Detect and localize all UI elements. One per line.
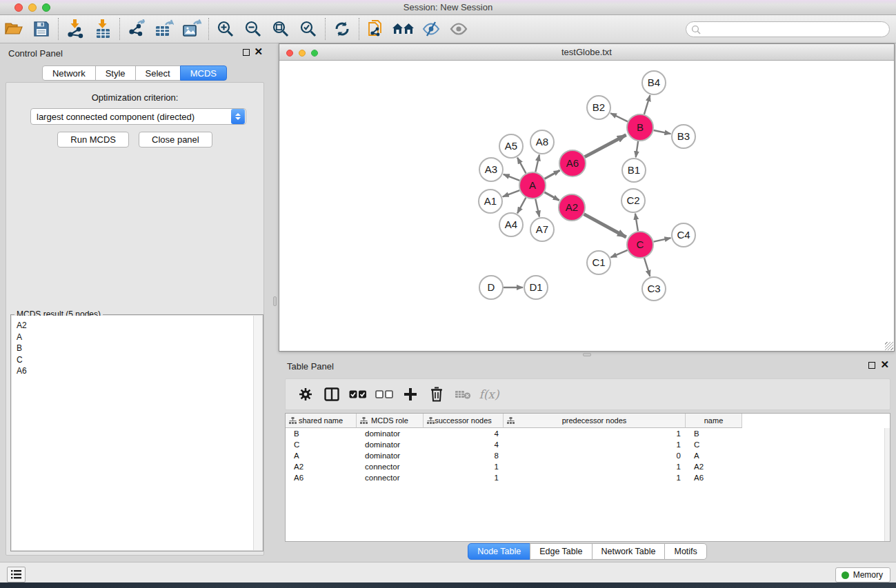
close-panel-button[interactable]: Close panel <box>139 132 212 148</box>
search-input[interactable] <box>686 21 890 37</box>
new-network-from-selection-icon[interactable] <box>362 17 390 41</box>
edge-A-A8[interactable] <box>535 155 539 172</box>
close-panel-icon[interactable]: ✕ <box>254 47 263 56</box>
edge-A2-C[interactable] <box>584 214 626 237</box>
function-builder-icon[interactable]: f(x) <box>476 381 502 407</box>
node-C1[interactable]: C1 <box>587 251 610 274</box>
unselect-all-columns-icon[interactable] <box>371 381 397 407</box>
node-A6[interactable]: A6 <box>559 150 586 176</box>
zoom-selected-icon[interactable] <box>295 17 322 41</box>
memory-button[interactable]: Memory <box>835 567 890 582</box>
edge-C-C1[interactable] <box>610 250 627 257</box>
edge-B-B3[interactable] <box>654 130 671 134</box>
edge-A-A7[interactable] <box>535 199 539 217</box>
import-table-icon[interactable] <box>89 17 117 41</box>
show-columns-icon[interactable] <box>319 381 345 407</box>
column-header-shared-name[interactable]: shared name <box>286 414 357 428</box>
tab-network[interactable]: Network <box>42 65 96 81</box>
node-A3[interactable]: A3 <box>479 158 503 181</box>
table-row[interactable]: Adominator80A <box>286 450 890 461</box>
export-image-icon[interactable] <box>178 17 206 41</box>
hide-panel-icon[interactable] <box>417 17 445 41</box>
node-A4[interactable]: A4 <box>499 213 523 236</box>
result-item[interactable]: A2 <box>17 320 262 332</box>
node-A1[interactable]: A1 <box>479 190 502 213</box>
edge-A-A6[interactable] <box>545 170 560 179</box>
float-panel-icon[interactable] <box>243 48 250 57</box>
edge-A-A2[interactable] <box>544 192 559 201</box>
node-B1[interactable]: B1 <box>622 159 646 182</box>
table-row[interactable]: Bdominator41B <box>286 428 890 439</box>
tab-edge-table[interactable]: Edge Table <box>530 543 592 560</box>
mcds-result-list[interactable]: A2ABCA6 <box>12 316 262 550</box>
edge-A-A1[interactable] <box>503 190 520 196</box>
open-file-icon[interactable] <box>0 17 28 41</box>
table-row[interactable]: Cdominator41C <box>286 439 890 450</box>
tab-style[interactable]: Style <box>95 65 136 81</box>
edge-A-A4[interactable] <box>517 198 526 214</box>
column-header-successor-nodes[interactable]: successor nodes <box>424 414 504 428</box>
node-A5[interactable]: A5 <box>499 134 523 158</box>
zoom-fit-icon[interactable] <box>267 17 295 41</box>
node-A8[interactable]: A8 <box>530 130 554 154</box>
result-item[interactable]: A6 <box>17 365 262 377</box>
result-item[interactable]: A <box>17 332 262 343</box>
edge-A-A3[interactable] <box>504 174 520 181</box>
column-header-MCDS-role[interactable]: MCDS role <box>357 414 424 428</box>
tab-node-table[interactable]: Node Table <box>468 543 530 560</box>
node-C4[interactable]: C4 <box>672 223 695 247</box>
refresh-icon[interactable] <box>328 17 356 41</box>
result-scrollbar[interactable] <box>253 316 262 550</box>
node-B2[interactable]: B2 <box>587 96 610 119</box>
node-A[interactable]: A <box>519 172 546 199</box>
show-panel-icon[interactable] <box>445 17 472 41</box>
select-all-columns-icon[interactable] <box>345 381 371 407</box>
vertical-split-handle[interactable] <box>273 296 277 306</box>
show-all-networks-icon[interactable] <box>390 17 417 41</box>
delete-table-icon[interactable] <box>450 381 476 407</box>
column-header-name[interactable]: name <box>686 414 742 428</box>
zoom-in-icon[interactable] <box>212 17 239 41</box>
node-A7[interactable]: A7 <box>530 218 554 241</box>
network-window-titlebar[interactable]: testGlobe.txt <box>279 44 894 61</box>
delete-columns-icon[interactable] <box>424 381 450 407</box>
network-canvas[interactable]: B4B2BB3A5A8A6A3AB1A1A2C2A4A7C4CC1C3DD1 <box>279 61 894 351</box>
table-row[interactable]: A6connector11A6 <box>286 472 890 483</box>
save-session-icon[interactable] <box>28 17 55 41</box>
node-C[interactable]: C <box>627 232 653 258</box>
table-row[interactable]: A2connector11A2 <box>286 461 890 472</box>
table-settings-icon[interactable] <box>292 381 319 407</box>
node-A2[interactable]: A2 <box>559 194 585 221</box>
tab-select[interactable]: Select <box>135 65 181 81</box>
add-column-icon[interactable] <box>397 381 424 407</box>
node-C3[interactable]: C3 <box>642 277 666 301</box>
export-table-icon[interactable] <box>150 17 178 41</box>
node-B3[interactable]: B3 <box>672 125 695 148</box>
task-history-button[interactable] <box>7 567 26 582</box>
node-C2[interactable]: C2 <box>621 189 645 212</box>
edge-C-C3[interactable] <box>644 258 650 276</box>
tab-mcds[interactable]: MCDS <box>180 65 227 81</box>
node-D1[interactable]: D1 <box>524 276 548 299</box>
tab-motifs[interactable]: Motifs <box>664 543 706 560</box>
table-scrollbar[interactable] <box>884 428 890 541</box>
import-network-icon[interactable] <box>61 17 89 41</box>
float-table-panel-icon[interactable] <box>868 361 875 370</box>
node-D[interactable]: D <box>479 276 503 299</box>
run-mcds-button[interactable]: Run MCDS <box>57 132 129 148</box>
node-B[interactable]: B <box>627 114 653 141</box>
node-B4[interactable]: B4 <box>642 71 666 94</box>
export-network-icon[interactable] <box>123 17 150 41</box>
search-field[interactable] <box>701 25 889 34</box>
tab-network-table[interactable]: Network Table <box>592 543 666 560</box>
horizontal-split-handle[interactable] <box>583 353 591 356</box>
edge-C-C4[interactable] <box>654 238 671 242</box>
edge-B-B2[interactable] <box>610 113 628 121</box>
edge-B-B4[interactable] <box>644 95 650 114</box>
result-item[interactable]: B <box>17 343 262 354</box>
edge-C-C2[interactable] <box>635 214 638 231</box>
edge-A-A5[interactable] <box>517 158 526 174</box>
zoom-out-icon[interactable] <box>239 17 267 41</box>
window-resize-grip[interactable] <box>885 342 893 350</box>
close-table-panel-icon[interactable]: ✕ <box>880 360 889 369</box>
